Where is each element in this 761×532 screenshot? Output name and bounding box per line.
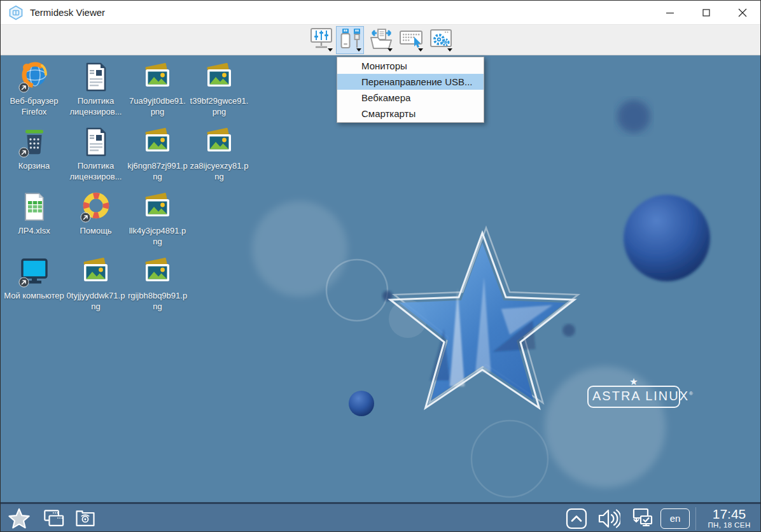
minimize-icon [666, 8, 674, 17]
desktop-icon-policy-2[interactable]: Политика лицензиров... [66, 125, 126, 182]
wallpaper-sphere [349, 391, 374, 416]
xlsx-icon [18, 190, 51, 223]
keyboard-layout-indicator[interactable]: en [660, 508, 690, 529]
image-icon [141, 255, 174, 288]
window-controls [652, 1, 760, 24]
system-tray: en 17:45 ПН, 18 СЕН [563, 506, 760, 531]
clock-time: 17:45 [702, 507, 757, 521]
chevron-up-icon [566, 508, 587, 529]
desktop-icon-png-rgi[interactable]: rgijbh8bq9b91.png [127, 255, 188, 312]
start-menu-button[interactable] [6, 506, 32, 531]
dropdown-caret-icon [387, 48, 393, 52]
menu-item[interactable]: Смарткарты [337, 106, 484, 122]
windows-icon [39, 507, 65, 530]
wallpaper-sphere [617, 100, 650, 133]
menu-item[interactable]: Перенаправление USB... [337, 74, 484, 90]
desktop-icon-label: Мой компьютер [4, 290, 64, 301]
window-title: Termidesk Viewer [30, 7, 105, 18]
usb-dropdown-menu: МониторыПеренаправление USB...ВебкамераС… [337, 57, 484, 123]
termidesk-viewer-window: Termidesk Viewer [0, 0, 761, 532]
desktop-icon-lr4-xlsx[interactable]: ЛР4.xlsx [4, 190, 64, 236]
close-button[interactable] [724, 1, 760, 24]
desktop-icon-firefox[interactable]: Веб-браузер Firefox [4, 60, 64, 117]
image-icon [141, 60, 174, 94]
desktop-icon-label: Политика лицензиров... [66, 95, 126, 117]
desktop-icon-png-llk[interactable]: llk4y3jcp4891.png [127, 190, 188, 247]
document-icon [80, 125, 113, 158]
send-shortcuts-button[interactable] [398, 26, 426, 54]
maximize-button[interactable] [688, 1, 724, 24]
menu-item[interactable]: Вебкамера [337, 90, 484, 106]
taskbar: en 17:45 ПН, 18 СЕН [1, 502, 760, 532]
desktop-icon-label: Веб-браузер Firefox [4, 95, 64, 117]
viewer-toolbar [1, 25, 760, 55]
image-icon [141, 190, 174, 223]
image-icon [141, 125, 174, 158]
help-icon [80, 190, 113, 223]
desktop-icon-help[interactable]: Помощь [66, 190, 126, 236]
preferences-button[interactable] [427, 26, 455, 54]
computer-icon [18, 255, 51, 288]
network-button[interactable] [628, 506, 655, 531]
termidesk-logo-icon [8, 5, 24, 20]
desktop-icon-trash[interactable]: Корзина [4, 125, 64, 171]
taskbar-launchers [1, 506, 99, 531]
minimize-button[interactable] [652, 1, 688, 24]
firefox-icon [18, 60, 51, 94]
volume-icon [597, 508, 620, 529]
maximize-icon [702, 8, 711, 17]
desktop-icon-label: Политика лицензиров... [66, 160, 126, 182]
star-icon [7, 507, 31, 531]
desktop-icon-computer[interactable]: Мой компьютер [4, 255, 64, 301]
volume-button[interactable] [596, 506, 622, 531]
desktop-icon-label: Помощь [66, 225, 126, 236]
desktop-icon-label: 0tyjjyyddwk71.png [66, 290, 126, 312]
wallpaper-sphere [624, 195, 710, 281]
badge-star-icon: ★ [587, 379, 680, 385]
desktop-icon-png-7ua[interactable]: 7ua9yjt0dbe91.png [127, 60, 188, 117]
desktop-icon-label: kj6ngn87zj991.png [127, 160, 188, 182]
clock-date: ПН, 18 СЕН [702, 521, 757, 529]
usb-redirection-button[interactable] [336, 26, 364, 54]
trash-icon [18, 125, 51, 158]
astra-linux-badge: ★ ASTRA LINUX® [587, 379, 680, 408]
desktop-icon-png-0ty[interactable]: 0tyjjyyddwk71.png [66, 255, 126, 312]
document-icon [80, 60, 113, 94]
file-transfer-button[interactable] [367, 26, 395, 54]
dropdown-caret-icon [328, 48, 333, 52]
display-settings-button[interactable] [307, 26, 335, 54]
desktop-icon-label: Корзина [4, 160, 64, 171]
desktop-icon-png-za8[interactable]: za8ijcyexzy81.png [189, 125, 249, 182]
dropdown-caret-icon [418, 48, 423, 52]
desktop-icon-policy-1[interactable]: Политика лицензиров... [66, 60, 126, 117]
image-icon [80, 255, 113, 288]
close-icon [738, 8, 747, 17]
tray-divider [695, 507, 696, 530]
desktop-icon-label: llk4y3jcp4891.png [127, 225, 188, 247]
badge-text: ASTRA LINUX [592, 389, 689, 403]
title-bar: Termidesk Viewer [1, 1, 760, 25]
image-icon [203, 125, 236, 158]
image-icon [203, 60, 236, 94]
screenshot-tool-button[interactable] [72, 506, 99, 531]
dropdown-caret-icon [447, 48, 452, 52]
desktop-icon-label: rgijbh8bq9b91.png [127, 290, 188, 312]
menu-item[interactable]: Мониторы [337, 58, 484, 74]
desktop-icon-label: t39bf29gwce91.png [189, 95, 249, 117]
desktop-icon-label: ЛР4.xlsx [4, 225, 64, 236]
tray-expand-button[interactable] [563, 506, 590, 531]
desktop-icon-label: za8ijcyexzy81.png [189, 160, 249, 182]
desktop-icon-png-kj6[interactable]: kj6ngn87zj991.png [127, 125, 188, 182]
desktop-icon-png-t39[interactable]: t39bf29gwce91.png [189, 60, 249, 117]
dropdown-caret-icon [356, 48, 361, 52]
network-displays-icon [629, 507, 654, 530]
desktop-icon-label: 7ua9yjt0dbe91.png [127, 95, 188, 117]
window-list-button[interactable] [39, 506, 66, 531]
clock[interactable]: 17:45 ПН, 18 СЕН [702, 507, 757, 529]
folder-eye-icon [73, 507, 97, 530]
